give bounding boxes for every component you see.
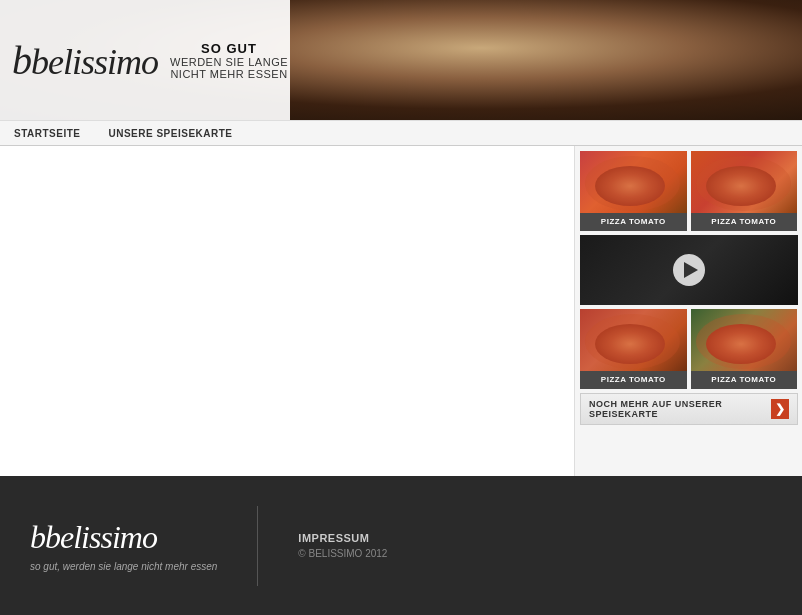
nav-item-speisekarte[interactable]: UNSERE SPEISEKARTE: [104, 126, 236, 141]
left-content-area: [0, 146, 575, 476]
more-button-label: NOCH MEHR AUF UNSERER SPEISEKARTE: [589, 399, 771, 419]
arrow-right-icon: ❯: [771, 399, 789, 419]
nav-item-startseite[interactable]: STARTSEITE: [10, 126, 84, 141]
pizza-thumb-2[interactable]: PIZZA TOMATO: [691, 151, 798, 231]
footer-copyright: © BELISSIMO 2012: [298, 548, 387, 559]
pizza-thumb-4-label: PIZZA TOMATO: [691, 371, 798, 389]
pizza-thumb-4-image: [691, 309, 798, 371]
logo-area: bbelissimo SO GUT WERDEN SIE LANGE NICHT…: [0, 0, 290, 120]
pizza-thumb-4[interactable]: PIZZA TOMATO: [691, 309, 798, 389]
pizza-thumb-2-label: PIZZA TOMATO: [691, 213, 798, 231]
tagline-line1: SO GUT: [170, 41, 288, 56]
pizza-thumb-3[interactable]: PIZZA TOMATO: [580, 309, 687, 389]
main-content: PIZZA TOMATO PIZZA TOMATO PIZZA TOMATO P…: [0, 146, 802, 476]
logo: bbelissimo: [12, 37, 158, 84]
pizza-thumb-1[interactable]: PIZZA TOMATO: [580, 151, 687, 231]
footer-links: IMPRESSUM © BELISSIMO 2012: [298, 532, 387, 559]
left-content-inner: [0, 146, 574, 476]
play-button[interactable]: [673, 254, 705, 286]
header: bbelissimo SO GUT WERDEN SIE LANGE NICHT…: [0, 0, 802, 120]
navbar: STARTSEITE UNSERE SPEISEKARTE: [0, 120, 802, 146]
footer: bbelissimo so gut, werden sie lange nich…: [0, 476, 802, 615]
tagline-box: SO GUT WERDEN SIE LANGE NICHT MEHR ESSEN: [170, 41, 288, 80]
pizza-thumb-1-image: [580, 151, 687, 213]
play-icon: [684, 262, 698, 278]
pizza-thumb-2-image: [691, 151, 798, 213]
impressum-link[interactable]: IMPRESSUM: [298, 532, 387, 544]
more-button[interactable]: NOCH MEHR AUF UNSERER SPEISEKARTE ❯: [580, 393, 798, 425]
pizza-thumb-3-label: PIZZA TOMATO: [580, 371, 687, 389]
footer-divider: [257, 506, 258, 586]
footer-logo-area: bbelissimo so gut, werden sie lange nich…: [30, 519, 217, 572]
thumbnail-row-2: PIZZA TOMATO PIZZA TOMATO: [580, 309, 797, 389]
pizza-thumb-3-image: [580, 309, 687, 371]
footer-tagline: so gut, werden sie lange nicht mehr esse…: [30, 561, 217, 572]
tagline-line2: WERDEN SIE LANGE: [170, 56, 288, 68]
right-sidebar: PIZZA TOMATO PIZZA TOMATO PIZZA TOMATO P…: [575, 146, 802, 476]
tagline-line3: NICHT MEHR ESSEN: [170, 68, 288, 80]
thumbnail-row-1: PIZZA TOMATO PIZZA TOMATO: [580, 151, 797, 231]
footer-logo: bbelissimo: [30, 519, 217, 556]
video-thumbnail[interactable]: [580, 235, 798, 305]
pizza-thumb-1-label: PIZZA TOMATO: [580, 213, 687, 231]
